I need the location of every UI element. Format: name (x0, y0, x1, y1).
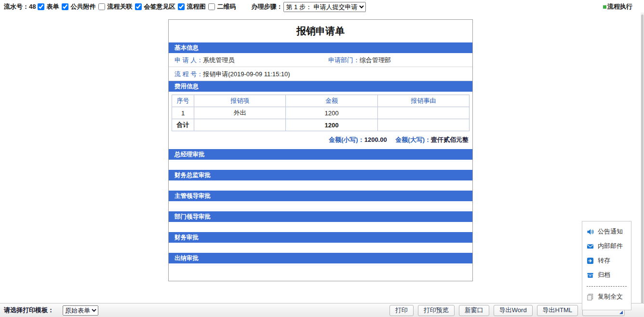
export-html-button[interactable]: 导出HTML (537, 305, 578, 316)
menu-item-save-as-label: 转存 (598, 256, 610, 265)
flow-chart-checkbox[interactable] (178, 3, 185, 10)
total-amount-cell: 1200 (286, 119, 377, 131)
fee-table-header-row: 序号 报销项 金额 报销事由 (172, 95, 470, 107)
fee-table: 序号 报销项 金额 报销事由 1 外出 1200 合计 1200 (172, 95, 470, 131)
step-label: 办理步骤： (251, 2, 282, 11)
archive-icon (587, 272, 594, 279)
reimbursement-form: 报销申请单 基本信息 申 请 人：系统管理员 申请部门：综合管理部 流 程 号：… (168, 19, 473, 281)
column-header-amount: 金额 (286, 95, 377, 107)
public-attachment-checkbox-label: 公共附件 (70, 2, 95, 11)
total-item-cell (194, 119, 286, 131)
save-as-icon (587, 257, 594, 264)
cfo-approval-content (169, 180, 472, 191)
mail-icon (587, 243, 594, 250)
menu-item-announcement[interactable]: 公告通知 (582, 224, 631, 239)
amount-lower-label: 金额(小写)： (329, 136, 364, 143)
flow-relation-checkbox[interactable] (98, 3, 105, 10)
step-select[interactable]: 第 1 步： 申请人提交申请 (283, 2, 366, 12)
menu-item-copy-all[interactable]: 复制全文 (582, 289, 631, 304)
top-toolbar: 流水号：48 表单 公共附件 流程关联 会签意见区 流程图 二维码 办理步骤： … (0, 0, 640, 14)
applicant-value: 系统管理员 (203, 56, 234, 64)
flow-number-label: 流 程 号： (174, 70, 203, 78)
amount-upper-label: 金额(大写)： (395, 136, 431, 143)
amount-upper-value: 壹仟贰佰元整 (431, 136, 469, 143)
copy-icon (587, 293, 594, 301)
vertical-scrollbar[interactable] (641, 13, 644, 317)
dept-leader-approval-content (169, 222, 472, 232)
green-square-icon (603, 5, 606, 9)
basic-info-row-1: 申 请 人：系统管理员 申请部门：综合管理部 (169, 53, 472, 67)
department-label: 申请部门： (328, 56, 360, 64)
print-template-label: 请选择打印模板： (4, 306, 54, 315)
form-title: 报销申请单 (169, 20, 472, 42)
flow-execution-link[interactable]: 流程执行 (603, 2, 632, 11)
supervisor-approval-content (169, 201, 472, 211)
amount-lower-value: 1200.00 (364, 136, 387, 143)
section-header-cfo-approval: 财务总监审批 (169, 170, 472, 180)
menu-item-internal-mail[interactable]: 内部邮件 (582, 239, 631, 253)
checkbox-qrcode[interactable]: 二维码 (208, 2, 236, 11)
section-header-dept-leader-approval: 部门领导审批 (169, 211, 472, 222)
public-attachment-checkbox[interactable] (62, 3, 68, 10)
flow-chart-checkbox-label: 流程图 (187, 2, 205, 11)
total-reason-cell (377, 119, 469, 131)
section-header-basic-info: 基本信息 (169, 42, 472, 53)
fee-table-row: 1 外出 1200 (172, 107, 470, 119)
countersign-checkbox[interactable] (135, 3, 142, 10)
dropdown-corner-icon (619, 311, 623, 314)
gm-approval-content (169, 160, 472, 170)
column-header-item: 报销项 (194, 95, 286, 107)
section-header-supervisor-approval: 主管领导审批 (169, 191, 472, 201)
section-header-gm-approval: 总经理审批 (169, 149, 472, 160)
checkbox-flow-relation[interactable]: 流程关联 (98, 2, 132, 11)
basic-info-row-2: 流 程 号：报销申请(2019-09-09 11:15:10) (169, 67, 472, 81)
context-menu: 公告通知 内部邮件 转存 归档 复制全文 (582, 221, 631, 310)
column-header-reason: 报销事由 (377, 95, 469, 107)
cell-reason (377, 107, 469, 119)
countersign-checkbox-label: 会签意见区 (144, 2, 175, 11)
checkbox-form[interactable]: 表单 (38, 2, 59, 11)
menu-divider (587, 286, 627, 287)
scrollbar-thumb[interactable] (641, 14, 644, 304)
announcement-icon (587, 228, 594, 235)
department-value: 综合管理部 (360, 56, 391, 64)
column-header-seq: 序号 (172, 95, 194, 107)
form-checkbox-label: 表单 (46, 2, 59, 11)
section-header-finance-approval: 财务审批 (169, 232, 472, 243)
checkbox-countersign[interactable]: 会签意见区 (135, 2, 175, 11)
menu-item-announcement-label: 公告通知 (598, 227, 623, 236)
menu-item-save-as[interactable]: 转存 (582, 253, 631, 268)
menu-item-archive-label: 归档 (598, 271, 610, 279)
qrcode-checkbox-label: 二维码 (217, 2, 236, 11)
new-window-button[interactable]: 新窗口 (459, 305, 489, 316)
cashier-approval-content (169, 263, 472, 274)
serial-number: 流水号：48 (4, 2, 36, 11)
finance-approval-content (169, 243, 472, 253)
flow-number-value: 报销申请(2019-09-09 11:15:10) (203, 70, 290, 78)
menu-item-copy-all-label: 复制全文 (598, 292, 623, 301)
cell-seq: 1 (172, 107, 194, 119)
form-checkbox[interactable] (38, 3, 44, 10)
bottom-toolbar: 请选择打印模板： 原始表单 打印 打印预览 新窗口 导出Word 导出HTML (0, 303, 644, 317)
section-header-cashier-approval: 出纳审批 (169, 253, 472, 263)
checkbox-flow-chart[interactable]: 流程图 (178, 2, 205, 11)
checkbox-public-attachment[interactable]: 公共附件 (62, 2, 95, 11)
print-preview-button[interactable]: 打印预览 (418, 305, 455, 316)
flow-relation-checkbox-label: 流程关联 (107, 2, 132, 11)
cell-amount: 1200 (286, 107, 377, 119)
print-template-select[interactable]: 原始表单 (63, 305, 98, 316)
section-header-fee-info: 费用信息 (169, 81, 472, 92)
cell-item: 外出 (194, 107, 286, 119)
print-button[interactable]: 打印 (389, 305, 414, 316)
amount-summary-line: 金额(小写)：1200.00 金额(大写)：壹仟贰佰元整 (169, 131, 472, 149)
export-word-button[interactable]: 导出Word (494, 305, 533, 316)
total-label-cell: 合计 (172, 119, 194, 131)
menu-item-internal-mail-label: 内部邮件 (598, 242, 623, 250)
fee-table-total-row: 合计 1200 (172, 119, 470, 131)
menu-item-archive[interactable]: 归档 (582, 268, 631, 282)
qrcode-checkbox[interactable] (208, 3, 215, 10)
applicant-label: 申 请 人： (174, 56, 203, 64)
flow-execution-label: 流程执行 (607, 2, 632, 11)
